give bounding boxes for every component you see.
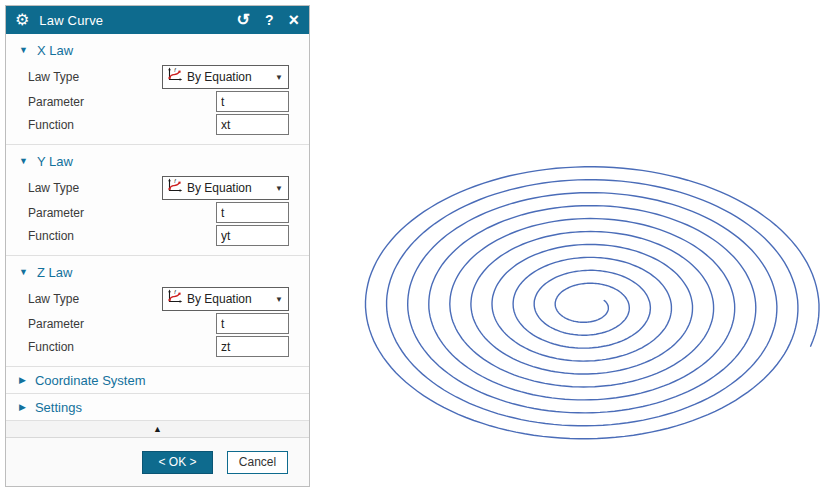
parameter-label: Parameter (28, 317, 216, 331)
section-header-y-law[interactable]: ▼ Y Law (6, 147, 309, 175)
dialog-titlebar[interactable]: ⚙ Law Curve ↺ ? × (6, 6, 309, 34)
gear-icon: ⚙ (15, 12, 29, 28)
dialog-body: ▼ X Law Law Type f (6, 34, 309, 486)
dialog-collapse-strip: ▲ (6, 421, 309, 438)
reset-icon[interactable]: ↺ (237, 12, 250, 28)
section-header-x-law[interactable]: ▼ X Law (6, 36, 309, 64)
ok-button[interactable]: < OK > (142, 451, 213, 474)
function-input-y[interactable] (216, 225, 289, 246)
law-type-label: Law Type (28, 181, 162, 195)
parameter-label: Parameter (28, 95, 216, 109)
section-header-coordinate-system[interactable]: ▶ Coordinate System (6, 367, 309, 394)
section-y-law: ▼ Y Law Law Type f (6, 145, 309, 256)
parameter-label: Parameter (28, 206, 216, 220)
chevron-down-icon: ▼ (275, 184, 283, 193)
by-equation-icon: f (166, 289, 183, 309)
parameter-input-x[interactable] (216, 91, 289, 112)
section-title: Z Law (37, 265, 72, 280)
section-title: X Law (37, 43, 73, 58)
function-row: Function (6, 224, 309, 247)
section-header-settings[interactable]: ▶ Settings (6, 394, 309, 421)
parameter-input-y[interactable] (216, 202, 289, 223)
chevron-right-icon: ▶ (19, 376, 26, 385)
collapse-dialog-button[interactable]: ▲ (153, 425, 162, 434)
cancel-button[interactable]: Cancel (227, 451, 288, 474)
chevron-down-icon: ▼ (19, 46, 28, 55)
law-type-value: By Equation (187, 70, 275, 84)
function-input-x[interactable] (216, 114, 289, 135)
help-icon[interactable]: ? (265, 13, 274, 27)
function-input-z[interactable] (216, 336, 289, 357)
law-type-dropdown-y[interactable]: f By Equation ▼ (162, 176, 289, 200)
function-row: Function (6, 113, 309, 136)
section-header-z-law[interactable]: ▼ Z Law (6, 258, 309, 286)
law-type-dropdown-x[interactable]: f By Equation ▼ (162, 65, 289, 89)
function-label: Function (28, 118, 216, 132)
law-type-label: Law Type (28, 292, 162, 306)
chevron-right-icon: ▶ (19, 403, 26, 412)
law-curve-dialog: ⚙ Law Curve ↺ ? × ▼ X Law Law Type (5, 5, 310, 487)
section-x-law: ▼ X Law Law Type f (6, 34, 309, 145)
parameter-input-z[interactable] (216, 313, 289, 334)
law-type-row: Law Type f By Equation (6, 175, 309, 201)
law-type-dropdown-z[interactable]: f By Equation ▼ (162, 287, 289, 311)
function-label: Function (28, 340, 216, 354)
law-type-label: Law Type (28, 70, 162, 84)
chevron-down-icon: ▼ (275, 73, 283, 82)
parameter-row: Parameter (6, 90, 309, 113)
parameter-row: Parameter (6, 312, 309, 335)
close-icon[interactable]: × (288, 11, 299, 29)
svg-text:f: f (174, 67, 176, 73)
by-equation-icon: f (166, 178, 183, 198)
law-type-row: Law Type f By Equation (6, 286, 309, 312)
law-type-value: By Equation (187, 181, 275, 195)
dialog-footer: < OK > Cancel (6, 438, 309, 486)
svg-text:f: f (174, 289, 176, 295)
function-label: Function (28, 229, 216, 243)
parameter-row: Parameter (6, 201, 309, 224)
dialog-title: Law Curve (39, 13, 221, 28)
section-title: Coordinate System (35, 373, 146, 388)
chevron-down-icon: ▼ (19, 157, 28, 166)
function-row: Function (6, 335, 309, 358)
by-equation-icon: f (166, 67, 183, 87)
chevron-down-icon: ▼ (275, 295, 283, 304)
law-type-value: By Equation (187, 292, 275, 306)
section-title: Y Law (37, 154, 73, 169)
svg-text:f: f (174, 178, 176, 184)
section-z-law: ▼ Z Law Law Type f (6, 256, 309, 367)
section-title: Settings (35, 400, 82, 415)
chevron-down-icon: ▼ (19, 268, 28, 277)
spiral-curve-path[interactable] (366, 167, 820, 439)
law-type-row: Law Type f By Equation (6, 64, 309, 90)
